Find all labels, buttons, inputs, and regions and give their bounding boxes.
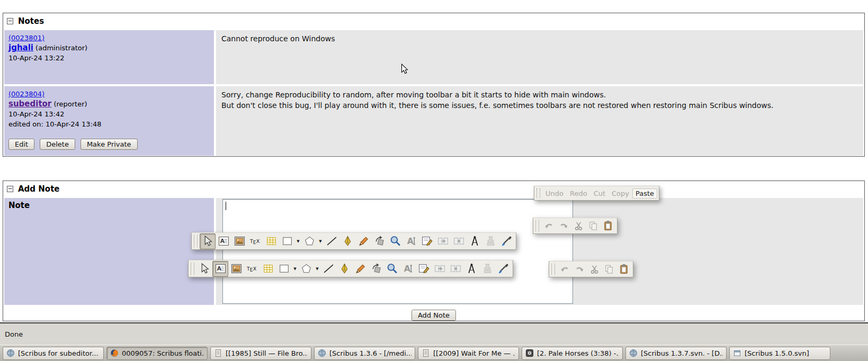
note-content: Sorry, change Reproducibility to random,… [221, 89, 828, 111]
rotate-item-icon[interactable] [368, 261, 384, 277]
insert-polygon-icon[interactable] [298, 261, 314, 277]
notes-title: Notes [18, 16, 44, 26]
undo-icon[interactable] [541, 219, 556, 233]
taskbar: [Scribus for subeditor...0009057: Scribu… [0, 345, 868, 361]
insert-bezier-icon[interactable] [336, 261, 352, 277]
globe-icon [318, 349, 326, 357]
note-meta-cell: (0023804) subeditor (reporter) 10-Apr-24… [4, 86, 214, 156]
toolbar-grip-handle[interactable] [535, 220, 539, 231]
paste-menu-item[interactable]: Paste [632, 188, 657, 198]
measurements-icon[interactable] [467, 233, 482, 249]
note-row: (0023801) jghali (administrator) 10-Apr-… [4, 30, 863, 84]
collapse-add-note-icon[interactable]: − [7, 186, 13, 192]
note-content-cell: Cannot reproduce on Windows [216, 30, 863, 84]
insert-polygon-dropdown-icon[interactable]: ▼ [317, 234, 324, 249]
taskbar-window-button[interactable]: [Scribus 1.5.0.svn] [729, 347, 830, 360]
toolbar-grip-handle[interactable] [194, 235, 198, 247]
make-private-button[interactable]: Make Private [80, 139, 138, 150]
link-text-frames-icon[interactable] [435, 233, 451, 249]
note-id-link[interactable]: (0023801) [8, 34, 44, 42]
insert-shape-icon[interactable] [279, 233, 295, 249]
document-icon [422, 349, 430, 357]
zoom-icon[interactable] [384, 261, 400, 277]
note-content-cell: Sorry, change Reproducibility to random,… [216, 86, 863, 156]
copy-item-properties-icon[interactable] [482, 233, 498, 249]
insert-image-frame-icon[interactable] [228, 261, 244, 277]
redo-menu-item[interactable]: Redo [567, 188, 590, 198]
insert-shape-dropdown-icon[interactable]: ▼ [295, 234, 301, 249]
edit-note-button[interactable]: Edit [8, 139, 34, 150]
measurements-icon[interactable] [463, 261, 479, 277]
redo-icon[interactable] [572, 262, 587, 277]
edit-with-story-editor-icon[interactable] [419, 233, 435, 249]
zoom-icon[interactable] [387, 233, 403, 249]
edit-contents-icon[interactable]: A [403, 233, 419, 249]
browser-status-bar: Done [0, 322, 868, 345]
taskbar-window-button[interactable]: [2. Pale Horses (3:38) -... [522, 347, 623, 360]
svg-text:A: A [404, 264, 410, 274]
note-id-link[interactable]: (0023804) [8, 90, 44, 98]
insert-bezier-icon[interactable] [339, 233, 355, 249]
svg-text:A: A [217, 265, 221, 272]
note-textarea[interactable] [223, 200, 572, 303]
insert-line-icon[interactable] [320, 261, 336, 277]
rotate-item-icon[interactable] [371, 233, 387, 249]
copy-item-properties-icon[interactable] [479, 261, 495, 277]
select-item-icon[interactable] [196, 261, 212, 277]
unlink-text-frames-icon[interactable] [448, 261, 463, 277]
taskbar-window-button[interactable]: 0009057: Scribus floati... [106, 347, 208, 360]
insert-polygon-icon[interactable] [301, 233, 317, 249]
svg-text:A: A [220, 238, 225, 244]
insert-freehand-icon[interactable] [352, 261, 368, 277]
toolbar-grip-handle[interactable] [551, 264, 555, 275]
media-player-icon [525, 349, 534, 357]
insert-render-frame-icon[interactable]: TEX [247, 233, 263, 249]
unlink-text-frames-icon[interactable] [451, 233, 467, 249]
eye-dropper-icon[interactable] [495, 261, 511, 277]
insert-line-icon[interactable] [324, 233, 339, 249]
redo-icon[interactable] [556, 219, 571, 233]
collapse-notes-icon[interactable]: − [7, 18, 13, 24]
undo-icon[interactable] [557, 262, 572, 277]
add-note-button[interactable]: Add Note [411, 310, 456, 321]
insert-shape-icon[interactable] [276, 261, 292, 277]
insert-shape-dropdown-icon[interactable]: ▼ [292, 261, 298, 276]
floating-edit-menu-toolbar: UndoRedoCutCopyPaste [534, 186, 659, 201]
insert-table-icon[interactable] [260, 261, 276, 277]
link-text-frames-icon[interactable] [432, 261, 448, 277]
paste-icon[interactable] [601, 219, 615, 233]
edit-with-story-editor-icon[interactable] [416, 261, 432, 277]
window-icon [733, 349, 741, 357]
copy-menu-item[interactable]: Copy [609, 188, 632, 198]
add-note-section: − Add Note Note Add Note [3, 180, 865, 321]
toolbar-grip-handle[interactable] [191, 263, 194, 275]
insert-text-frame-icon[interactable]: A [212, 261, 228, 277]
taskbar-window-button[interactable]: [Scribus 1.3.7.svn. - [D... [625, 347, 727, 360]
insert-text-frame-icon[interactable]: A [216, 233, 231, 249]
copy-icon[interactable] [586, 219, 601, 233]
insert-freehand-icon[interactable] [355, 233, 371, 249]
cut-icon[interactable] [587, 262, 602, 277]
insert-table-icon[interactable] [263, 233, 279, 249]
cut-menu-item[interactable]: Cut [590, 188, 609, 198]
note-edited-date: edited on: 10-Apr-24 13:48 [8, 119, 210, 129]
taskbar-window-button[interactable]: [Scribus for subeditor... [3, 347, 104, 360]
insert-image-frame-icon[interactable] [231, 233, 247, 249]
select-item-icon[interactable] [200, 233, 216, 249]
delete-note-button[interactable]: Delete [40, 139, 75, 150]
undo-menu-item[interactable]: Undo [542, 188, 567, 198]
copy-icon[interactable] [602, 262, 616, 277]
edit-contents-icon[interactable]: A [400, 261, 416, 277]
taskbar-window-button[interactable]: [[2009] Wait For Me — ... [418, 347, 519, 360]
taskbar-window-button[interactable]: [Scribus 1.3.6 - [/medi... [314, 347, 415, 360]
note-author-link[interactable]: jghali [8, 43, 33, 52]
note-author-link[interactable]: subeditor [8, 99, 51, 109]
cut-icon[interactable] [571, 219, 586, 233]
insert-polygon-dropdown-icon[interactable]: ▼ [314, 261, 320, 276]
toolbar-grip-handle[interactable] [536, 188, 540, 198]
paste-icon[interactable] [616, 262, 631, 277]
taskbar-window-button[interactable]: [[1985] Still — File Bro... [210, 347, 311, 360]
insert-render-frame-icon[interactable]: TEX [244, 261, 260, 277]
note-author-role: (administrator) [35, 44, 87, 52]
eye-dropper-icon[interactable] [498, 233, 514, 249]
